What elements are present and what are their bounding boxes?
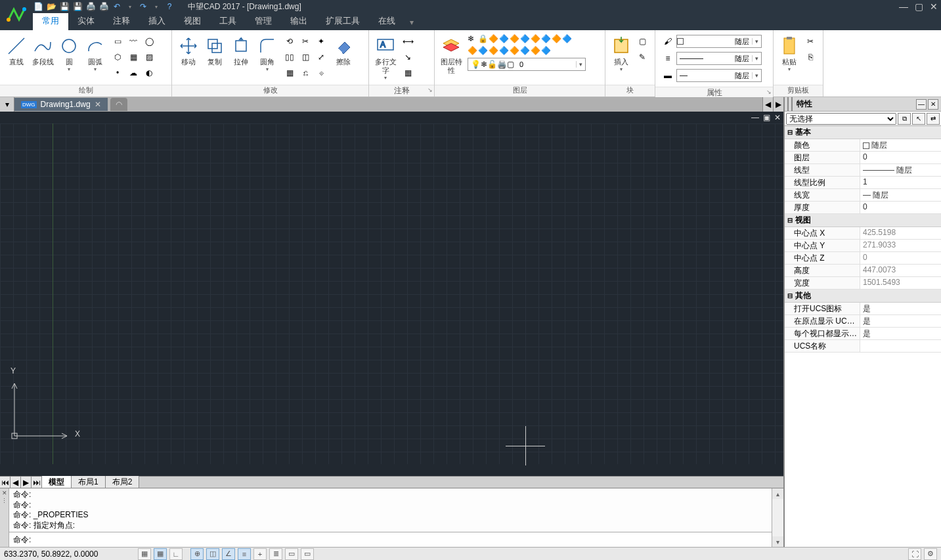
layout-prev-icon[interactable]: ◀ (11, 477, 21, 488)
circle-button[interactable]: 圆▾ (56, 33, 81, 72)
prop-category[interactable]: ⊟ 视图 (785, 214, 941, 227)
offset-icon[interactable]: ◫ (298, 50, 313, 64)
lineweight-icon[interactable]: ▬ (661, 68, 675, 83)
selection-combo[interactable]: 无选择 (786, 113, 896, 125)
region-icon[interactable]: ◐ (142, 66, 156, 80)
prop-row[interactable]: 中心点 Z0 (785, 252, 941, 265)
tab-common[interactable]: 常用 (33, 12, 68, 30)
copy-clip-icon[interactable]: ⎘ (803, 50, 818, 64)
prop-value[interactable]: 是 (860, 315, 941, 327)
create-block-icon[interactable]: ▢ (635, 34, 649, 49)
mdi-close-icon[interactable]: ✕ (774, 113, 781, 122)
prop-value[interactable]: 447.0073 (860, 265, 941, 276)
prop-value[interactable]: 0 (860, 202, 941, 213)
prop-value[interactable]: 0 (860, 152, 941, 163)
dim-linear-icon[interactable]: ⟷ (401, 34, 415, 49)
coord-readout[interactable]: 633.2370, 50.8922, 0.0000 (4, 549, 135, 559)
tab-entity[interactable]: 实体 (68, 12, 104, 30)
stretch-button[interactable]: 拉伸 (229, 33, 253, 66)
customize-status-icon[interactable]: ⚙ (924, 548, 937, 560)
trim-icon[interactable]: ✂ (298, 34, 313, 49)
tab-manage[interactable]: 管理 (246, 12, 281, 30)
array-icon[interactable]: ▦ (282, 66, 297, 80)
rect-icon[interactable]: ▭ (110, 34, 125, 49)
collapse-icon[interactable]: ⊟ (787, 292, 793, 299)
prop-value[interactable] (860, 340, 941, 352)
arc-button[interactable]: 圆弧▾ (83, 33, 108, 72)
move-button[interactable]: 移动 (176, 33, 201, 66)
lwt-toggle[interactable]: ≡ (238, 548, 251, 560)
snap-toggle[interactable]: ▦ (138, 548, 151, 560)
property-launcher-icon[interactable]: ↘ (766, 89, 772, 95)
layer-properties-button[interactable]: 图层特性 (439, 33, 464, 75)
prop-row[interactable]: 每个视口都显示 ...是 (785, 328, 941, 340)
toggle-pickadd-icon[interactable]: ⇄ (927, 113, 940, 125)
leader-icon[interactable]: ↘ (401, 50, 415, 64)
polar-toggle[interactable]: ⊕ (190, 548, 204, 560)
hatch-icon[interactable]: ▦ (126, 50, 141, 64)
prop-row[interactable]: 在原点显示 UCS ...是 (785, 315, 941, 328)
list-icon[interactable]: ≡ (661, 51, 675, 66)
prop-value[interactable]: — 随层 (860, 189, 941, 201)
mirror-icon[interactable]: ▯▯ (282, 50, 297, 64)
gradient-icon[interactable]: ▨ (142, 50, 156, 64)
prop-value[interactable]: 425.5198 (860, 227, 941, 239)
explode-icon[interactable]: ✦ (314, 34, 328, 49)
polyline-button[interactable]: 多段线 (30, 33, 55, 66)
cut-icon[interactable]: ✂ (803, 34, 818, 49)
rotate-icon[interactable]: ⟲ (282, 34, 297, 49)
close-button[interactable]: ✕ (930, 1, 938, 12)
cycle-toggle[interactable]: ▭ (285, 548, 298, 560)
model-toggle[interactable]: ▭ (301, 548, 314, 560)
scroll-right-icon[interactable]: ▶ (773, 97, 783, 112)
undo-dropdown-icon[interactable]: ▾ (125, 1, 135, 12)
properties-grid[interactable]: ⊟ 基本颜色随层图层0线型———— 随层线型比例1线宽— 随层厚度0⊟ 视图中心… (785, 126, 941, 547)
prop-value[interactable]: ———— 随层 (860, 164, 941, 176)
prop-row[interactable]: 线型比例1 (785, 177, 941, 189)
prop-value[interactable]: 是 (860, 328, 941, 339)
redo-icon[interactable]: ↷ (138, 1, 148, 12)
open-icon[interactable]: 📂 (46, 1, 56, 12)
new-icon[interactable]: 📄 (33, 1, 43, 12)
collapse-icon[interactable]: ⊟ (787, 217, 793, 224)
revcloud-icon[interactable]: ☁ (126, 66, 141, 80)
tabs-dropdown-icon[interactable]: ▾ (405, 14, 419, 30)
command-close-icon[interactable]: ✕ (2, 490, 7, 496)
polygon-icon[interactable]: ⬡ (110, 50, 125, 64)
layer-lock-icon[interactable]: 🔒 (478, 34, 487, 43)
tab-view[interactable]: 视图 (175, 12, 210, 30)
scroll-left-icon[interactable]: ◀ (762, 97, 773, 112)
prop-row[interactable]: 宽度1501.5493 (785, 277, 941, 290)
quickselect-icon[interactable]: ⧉ (898, 113, 911, 125)
tab-annotate[interactable]: 注释 (104, 12, 139, 30)
panel-minimize-icon[interactable]: — (916, 99, 927, 110)
prop-row[interactable]: 高度447.0073 (785, 265, 941, 277)
prop-value[interactable]: 是 (860, 303, 941, 314)
prop-row[interactable]: 线宽— 随层 (785, 189, 941, 202)
command-grip-icon[interactable]: ⋮ (1, 498, 7, 504)
collapse-icon[interactable]: ⊟ (787, 129, 793, 136)
panel-grip-icon[interactable] (787, 97, 793, 111)
fullscreen-icon[interactable]: ⛶ (908, 548, 921, 560)
layout-tab-model[interactable]: 模型 (42, 476, 72, 488)
mtext-button[interactable]: A多行文字▾ (373, 33, 398, 81)
table-icon[interactable]: ▦ (401, 66, 415, 80)
prop-row[interactable]: 中心点 Y271.9033 (785, 240, 941, 252)
scroll-down-icon[interactable]: ▾ (772, 536, 783, 547)
layout-tab-1[interactable]: 布局1 (72, 476, 106, 488)
tab-insert[interactable]: 插入 (139, 12, 175, 30)
prop-row[interactable]: 中心点 X425.5198 (785, 227, 941, 240)
dyn-toggle[interactable]: + (253, 548, 267, 560)
point-icon[interactable]: • (110, 66, 125, 80)
prop-value[interactable]: 0 (860, 252, 941, 264)
paste-button[interactable]: 粘贴▾ (777, 33, 800, 72)
osnap-toggle[interactable]: ◫ (206, 548, 219, 560)
properties-titlebar[interactable]: 特性 — ✕ (785, 97, 941, 112)
maximize-button[interactable]: ▢ (915, 1, 923, 12)
lineweight-toggle[interactable]: ≣ (269, 548, 282, 560)
scale-icon[interactable]: ⤢ (314, 50, 328, 64)
command-history[interactable]: 命令: 命令: 命令: _PROPERTIES 命令: 指定对角点: (9, 488, 772, 532)
layout-last-icon[interactable]: ⏭ (32, 477, 42, 488)
new-tab-button[interactable]: ◠ (110, 98, 127, 111)
annotate-launcher-icon[interactable]: ↘ (427, 87, 433, 93)
